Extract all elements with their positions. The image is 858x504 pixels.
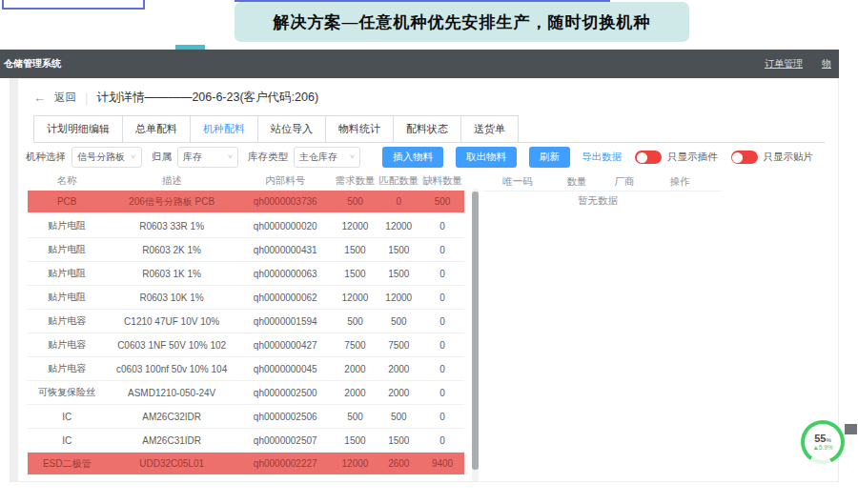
table-cell: 2000 (377, 388, 420, 398)
table-row[interactable]: 贴片电阻R0603 2K 1%qh0000000431150015000 (28, 238, 464, 262)
show-only-tht-toggle[interactable] (635, 151, 662, 164)
back-button[interactable]: 返回 (54, 91, 76, 105)
table-scrollbar[interactable] (472, 189, 479, 482)
table-cell: 可恢复保险丝 (28, 386, 106, 399)
app-title: 仓储管理系统 (4, 57, 61, 71)
tab[interactable]: 配料状态 (393, 115, 461, 142)
table-cell: 0 (420, 245, 464, 255)
insert-material-button[interactable]: 插入物料 (382, 147, 443, 168)
machine-select-value: 信号分路板 (77, 151, 125, 164)
tab[interactable]: 机种配料 (190, 115, 258, 142)
breadcrumb-divider: | (85, 91, 88, 105)
app-header-bar: 仓储管理系统 订单管理 物 (0, 50, 839, 78)
menu-item-partial[interactable]: 物 (822, 57, 831, 71)
table-cell: 0 (420, 269, 464, 279)
column-header: 厂商 (602, 175, 647, 189)
table-cell: 1500 (377, 269, 420, 279)
table-cell: 500 (334, 412, 378, 422)
tab[interactable]: 物料统计 (325, 115, 394, 142)
belong-select[interactable]: 库存 ˅ (177, 147, 238, 168)
table-cell: 1500 (334, 269, 378, 279)
table-row[interactable]: ICAM26C32IDRqh00000025065005000 (28, 405, 464, 429)
table-cell: qh0000000045 (237, 364, 334, 374)
machine-select[interactable]: 信号分路板 ˅ (72, 147, 142, 168)
belong-label: 归属 (152, 151, 172, 164)
table-cell: 1500 (334, 435, 378, 446)
takeout-material-button[interactable]: 取出物料 (456, 147, 517, 168)
material-table-body: PCB206信号分路板 PCBqh00000037365000500贴片电阻R0… (28, 191, 464, 476)
refresh-button[interactable]: 刷新 (529, 147, 570, 168)
table-cell: C0603 1NF 50V 10% 102 (106, 340, 236, 351)
table-row[interactable]: PCB206信号分路板 PCBqh00000037365000500 (28, 191, 464, 214)
table-row[interactable]: 贴片电阻R0603 10K 1%qh000000006212000120000 (28, 286, 464, 310)
table-cell: 2000 (334, 388, 378, 398)
stock-type-select[interactable]: 主仓库存 ˅ (294, 147, 360, 168)
table-cell: 0 (420, 316, 464, 327)
table-cell: R0603 2K 1% (106, 245, 236, 255)
table-row[interactable]: ICAM26C31IDRqh0000002507150015000 (28, 429, 464, 453)
scrollbar-thumb[interactable] (472, 192, 479, 470)
tab[interactable]: 送货单 (460, 115, 519, 142)
table-cell: 2000 (334, 364, 378, 374)
table-cell: 500 (377, 316, 420, 327)
table-row[interactable]: 贴片电阻R0603 33R 1%qh000000002012000120000 (28, 214, 464, 238)
gauge-value: 55% (814, 433, 831, 444)
table-cell: 1500 (377, 245, 420, 255)
table-row[interactable]: 贴片电阻R0603 1K 1%qh0000000063150015000 (28, 262, 464, 286)
column-header: 名称 (28, 174, 106, 188)
table-cell: qh0000001594 (237, 316, 334, 327)
decoration-fragment-left (2, 0, 145, 10)
chevron-down-icon: ˅ (350, 153, 355, 161)
table-cell: IC (28, 412, 106, 422)
main-window: ← 返回 | 计划详情————206-6-23(客户代码:206) 计划明细编辑… (10, 78, 839, 482)
export-data-link[interactable]: 导出数据 (582, 151, 622, 164)
slide-title: 解决方案—任意机种优先安排生产，随时切换机种 (235, 2, 689, 42)
table-cell: 12000 (334, 221, 378, 232)
table-row[interactable]: 贴片电容C1210 47UF 10V 10%qh0000001594500500… (28, 310, 464, 333)
tab[interactable]: 站位导入 (257, 115, 326, 142)
table-cell: 12000 (334, 292, 378, 303)
table-cell: C1210 47UF 10V 10% (106, 316, 236, 327)
menu-item-orders[interactable]: 订单管理 (765, 57, 803, 71)
material-table-header: 名称描述内部料号需求数量匹配数量缺料数量 (28, 172, 464, 190)
table-cell: 0 (377, 196, 420, 207)
table-cell: 贴片电容 (28, 314, 106, 328)
back-arrow-icon[interactable]: ← (33, 91, 46, 104)
table-cell: R0603 33R 1% (106, 221, 236, 232)
decoration-square (845, 424, 857, 434)
table-cell: 贴片电阻 (28, 267, 106, 280)
table-cell: qh0000002507 (237, 435, 334, 446)
show-only-tht-label: 只显示插件 (667, 151, 718, 164)
table-cell: PCB (28, 196, 106, 207)
chevron-down-icon: ˅ (131, 153, 135, 161)
tab[interactable]: 总单配料 (122, 115, 191, 142)
table-cell: AM26C32IDR (106, 412, 236, 422)
table-cell: 206信号分路板 PCB (106, 195, 236, 209)
table-cell: 500 (334, 316, 378, 327)
table-cell: 1500 (377, 435, 420, 446)
column-header: 数量 (552, 175, 602, 189)
table-row[interactable]: 贴片电容C0603 1NF 50V 10% 102qh0000000427750… (28, 333, 464, 357)
table-cell: 贴片电容 (28, 338, 106, 352)
show-only-smd-toggle[interactable] (731, 151, 758, 164)
filter-bar: 机种选择 信号分路板 ˅ 归属 库存 ˅ 库存类型 主仓库存 ˅ 插入物料 取出… (26, 147, 830, 168)
table-cell: 12000 (334, 458, 378, 469)
column-header: 描述 (106, 174, 236, 188)
tab[interactable]: 计划明细编辑 (33, 115, 123, 142)
table-cell: 9400 (420, 458, 464, 469)
machine-select-label: 机种选择 (26, 151, 66, 164)
table-cell: IC (28, 435, 106, 446)
table-cell: AM26C31IDR (106, 435, 236, 446)
table-cell: 贴片电阻 (28, 291, 106, 304)
table-row[interactable]: ESD二极管UDD32C05L01qh000000222712000260094… (28, 453, 464, 476)
table-row[interactable]: 贴片电容c0603 100nf 50v 10% 104qh00000000452… (28, 357, 464, 381)
table-row[interactable]: 可恢复保险丝ASMD1210-050-24Vqh0000002500200020… (28, 381, 464, 405)
table-cell: UDD32C05L01 (106, 458, 236, 469)
table-cell: 0 (420, 292, 464, 303)
breadcrumb: ← 返回 | 计划详情————206-6-23(客户代码:206) (33, 90, 318, 106)
table-cell: 500 (377, 412, 420, 422)
table-cell: qh0000002506 (237, 412, 334, 422)
chevron-down-icon: ˅ (228, 153, 233, 161)
column-header: 操作 (647, 175, 712, 189)
table-cell: R0603 10K 1% (106, 292, 236, 303)
